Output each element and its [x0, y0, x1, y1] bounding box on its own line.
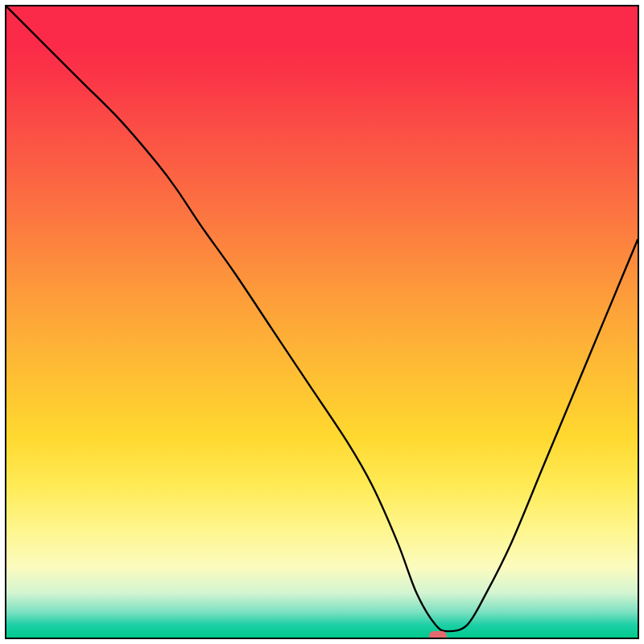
curve-layer	[6, 6, 638, 638]
plot-area	[5, 5, 639, 639]
bottleneck-chart: TheBottleneck.com	[0, 0, 644, 644]
bottleneck-curve-line	[6, 6, 638, 631]
optimum-marker	[429, 631, 447, 639]
